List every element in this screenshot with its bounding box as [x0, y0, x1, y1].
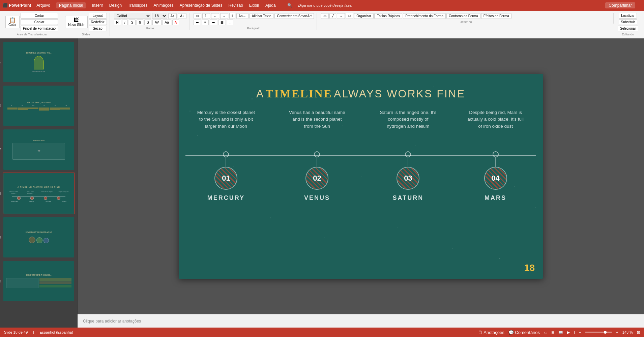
select-button[interactable]: Selecionar	[618, 26, 638, 31]
align-right-button[interactable]: ➡	[210, 20, 217, 25]
menu-pagina-inicial[interactable]: Página Inicial	[56, 2, 86, 8]
ribbon: 📋 Colar Cortar Copiar Pincel de Formataç…	[0, 11, 644, 38]
zoom-slider[interactable]	[585, 332, 612, 333]
title-rest: ALWAYS WORKS FINE	[334, 88, 465, 100]
shape-line-button[interactable]: ╱	[329, 13, 336, 19]
slide-canvas[interactable]: A TIMELINE ALWAYS WORKS FINE Mercury is …	[179, 74, 543, 279]
editing-group-label: Editando	[618, 33, 638, 36]
shape-outline-button[interactable]: Contorno da Forma	[446, 13, 480, 19]
cut-button[interactable]: Cortar	[21, 13, 58, 19]
format-painter-button[interactable]: Pincel de Formatação	[21, 26, 58, 31]
new-slide-icon: 🖼	[74, 18, 79, 23]
mars-name: MARS	[485, 194, 506, 202]
zoom-in-button[interactable]: +	[616, 330, 618, 334]
slide-thumb-17[interactable]: 17 THIS IS A MAP 🗺	[3, 129, 75, 171]
bullets-button[interactable]: ≡•	[194, 13, 201, 19]
shape-oval-button[interactable]: ⬭	[346, 13, 353, 19]
slide-thumb-20[interactable]: 20 ON YOUR PHONE THIS SLIDE...	[3, 260, 75, 302]
align-text-button[interactable]: Alinhar Texto	[250, 13, 274, 19]
slide-thumb-18[interactable]: 18 A TIMELINE ALWAYS WORKS FINE Mercury …	[3, 173, 75, 214]
clipboard-group-label: Área de Transferência	[5, 33, 58, 36]
slide-number-16: 16	[0, 104, 1, 108]
align-left-button[interactable]: ⬅	[194, 20, 201, 25]
venus-name: VENUS	[304, 194, 330, 202]
slide-thumb-15[interactable]: 15 SOMETHING NICE FROM THE... Lorem ipsu…	[3, 41, 75, 83]
columns-button[interactable]: ⫴	[229, 13, 235, 19]
view-sorter-button[interactable]: ⊞	[551, 330, 554, 335]
saturn-top-circle	[405, 151, 411, 157]
thumb-node-3	[44, 196, 47, 200]
menu-design[interactable]: Design	[109, 3, 122, 8]
shape-arrow-button[interactable]: →	[337, 13, 345, 19]
increase-indent-button[interactable]: →	[220, 13, 228, 19]
menu-apresentacao[interactable]: Apresentação de Slides	[180, 3, 223, 8]
find-button[interactable]: Localizar	[619, 13, 637, 19]
text-direction-button[interactable]: Aa→	[236, 13, 248, 19]
saturn-description: Saturn is the ringed one. It's composed …	[379, 109, 438, 130]
font-family-select[interactable]: CalibriArialTimes New Roman	[114, 13, 151, 19]
replace-button[interactable]: Substituir	[619, 19, 638, 25]
thumb-title-18: A TIMELINE ALWAYS WORKS FINE	[5, 186, 72, 188]
share-button[interactable]: Compartilhar	[605, 2, 635, 8]
italic-button[interactable]: I	[122, 20, 128, 25]
ribbon-search[interactable]: Diga-me o que você deseja fazer	[298, 3, 353, 7]
slide-thumbnail-15: SOMETHING NICE FROM THE... Lorem ipsum t…	[3, 42, 74, 82]
shape-effects-button[interactable]: Efeitos de Forma	[481, 13, 511, 19]
font-grow-button[interactable]: A↑	[168, 13, 177, 19]
view-presentation-button[interactable]: ▶	[567, 330, 570, 335]
slide-panel[interactable]: 15 SOMETHING NICE FROM THE... Lorem ipsu…	[0, 38, 78, 328]
thumb-labels: MERCURY VENUS SATURN MARS	[5, 201, 72, 203]
section-button[interactable]: Seção	[89, 26, 107, 31]
fit-slide-button[interactable]: ⊡	[637, 330, 640, 335]
menu-arquivo[interactable]: Arquivo	[36, 3, 50, 8]
numbering-button[interactable]: 1.	[202, 13, 210, 19]
arrange-button[interactable]: Organizar	[354, 13, 374, 19]
bold-button[interactable]: N	[114, 20, 121, 25]
zoom-out-button[interactable]: −	[579, 330, 581, 334]
mercury-name: MERCURY	[207, 194, 245, 202]
copy-button[interactable]: Copiar	[21, 19, 58, 25]
view-normal-button[interactable]: ▭	[544, 330, 547, 335]
mars-description: Despite being red, Mars is actually a co…	[466, 109, 525, 130]
smartart-button[interactable]: Converter em SmartArt	[274, 13, 314, 19]
new-slide-button[interactable]: 🖼 Novo Slide	[65, 16, 87, 28]
line-spacing-button[interactable]: ↕	[227, 20, 233, 25]
shape-fill-button[interactable]: Preenchimento da Forma	[403, 13, 446, 19]
comments-button[interactable]: 💬 Comentários	[508, 330, 540, 335]
view-reading-button[interactable]: 📖	[558, 330, 563, 335]
slide-thumb-19[interactable]: 19 HOW ABOUT THE GEOGRAPHY?	[3, 216, 75, 258]
shape-rect-button[interactable]: ▭	[321, 13, 329, 19]
menu-animacoes[interactable]: Animações	[153, 3, 173, 8]
font-case-button[interactable]: Aa	[163, 20, 171, 25]
decrease-indent-button[interactable]: ←	[211, 13, 219, 19]
venus-number: 02	[313, 174, 321, 183]
canvas-area: A TIMELINE ALWAYS WORKS FINE Mercury is …	[78, 38, 644, 328]
title-a: A	[256, 88, 264, 100]
underline-button[interactable]: S	[129, 20, 136, 25]
font-shrink-button[interactable]: A↓	[178, 13, 186, 19]
reset-button[interactable]: Redefinir	[89, 19, 107, 25]
menu-exibir[interactable]: Exibir	[249, 3, 259, 8]
notes-bar[interactable]: Clique para adicionar anotações	[78, 314, 644, 328]
timeline-line-left	[185, 155, 199, 156]
language-indicator: Espanhol (Espanha)	[39, 330, 73, 334]
shadow-button[interactable]: S	[144, 20, 151, 25]
paragraph-group-label: Parágrafo	[194, 27, 314, 30]
font-size-select[interactable]: 18121424	[152, 13, 167, 19]
strikethrough-button[interactable]: S̶	[137, 20, 143, 25]
notes-button[interactable]: 🗒 Anotações	[478, 330, 504, 335]
menu-transicoes[interactable]: Transições	[128, 3, 147, 8]
layout-button[interactable]: Layout	[89, 13, 107, 19]
paste-button[interactable]: 📋 Colar	[5, 16, 20, 28]
align-center-button[interactable]: ≡	[202, 20, 209, 25]
menu-ajuda[interactable]: Ajuda	[265, 3, 276, 8]
char-spacing-button[interactable]: AV	[152, 20, 162, 25]
menu-revisao[interactable]: Revisão	[229, 3, 243, 8]
mars-main-circle: 04	[484, 167, 507, 190]
justify-button[interactable]: ☰	[218, 20, 226, 25]
quick-styles-button[interactable]: Estilos Rápidos	[374, 13, 402, 19]
font-color-button[interactable]: A	[172, 20, 179, 25]
menu-inserir[interactable]: Inserir	[92, 3, 103, 8]
notes-placeholder[interactable]: Clique para adicionar anotações	[83, 319, 141, 324]
slide-thumb-16[interactable]: 16 ARE THE SAME QUESTIONS? Tra Tue Wed T…	[3, 85, 75, 127]
